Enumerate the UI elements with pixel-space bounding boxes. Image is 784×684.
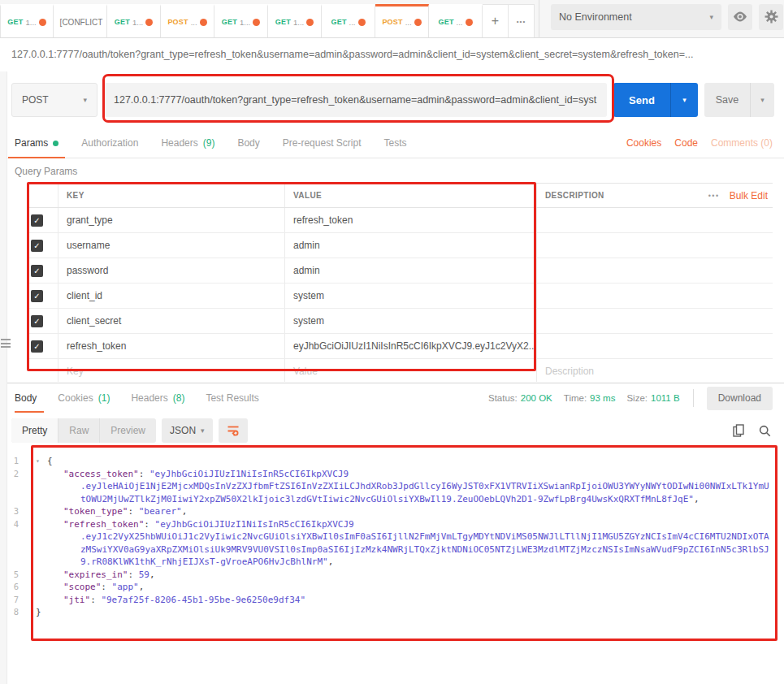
- wrap-lines-button[interactable]: [219, 418, 248, 443]
- param-description[interactable]: [536, 309, 695, 333]
- chevron-down-icon: ▾: [709, 13, 713, 21]
- code-line: tOWU2MjUwZTlkZjM0IiwiY2xpZW50X2lkIjoic3l…: [0, 493, 784, 506]
- params-header-actions: ••• Bulk Edit: [695, 184, 773, 207]
- param-value[interactable]: eyJhbGciOiJIUzI1NiIsInR5cCI6IkpXVCJ9.eyJ…: [284, 334, 536, 358]
- cookies-link[interactable]: Cookies: [626, 137, 661, 149]
- param-key[interactable]: client_secret: [58, 309, 284, 333]
- param-key[interactable]: refresh_token: [58, 334, 284, 358]
- environment-selector[interactable]: No Environment ▾: [551, 4, 721, 30]
- copy-icon[interactable]: [733, 424, 744, 437]
- tab-authorization[interactable]: Authorization: [70, 128, 149, 158]
- param-checkbox[interactable]: ✓: [31, 265, 43, 277]
- params-menu-icon[interactable]: •••: [708, 192, 720, 200]
- request-tab[interactable]: POST ...: [161, 4, 214, 37]
- param-key-placeholder[interactable]: Key: [58, 359, 284, 382]
- save-options-button[interactable]: ▾: [750, 83, 774, 117]
- environment-quick-look-button[interactable]: [728, 4, 752, 30]
- method-selector-value: POST: [22, 94, 83, 106]
- param-description[interactable]: [536, 258, 695, 283]
- param-key[interactable]: grant_type: [58, 208, 284, 232]
- eye-icon: [733, 11, 747, 22]
- param-description[interactable]: [536, 208, 695, 232]
- view-pretty-button[interactable]: Pretty: [11, 418, 58, 443]
- param-description-placeholder[interactable]: Description: [536, 359, 695, 382]
- request-tab-label: [CONFLICT: [60, 18, 103, 27]
- comments-link[interactable]: Comments (0): [711, 137, 773, 149]
- code-content: .eyJ1c2VyX25hbWUiOiJ1c2VyIiwic2NvcGUiOls…: [21, 530, 769, 543]
- tab-headers-label: Headers: [161, 137, 197, 149]
- tab-tests[interactable]: Tests: [372, 128, 418, 158]
- request-tab[interactable]: POST ...: [375, 4, 429, 37]
- tab-tests-label: Tests: [383, 137, 406, 149]
- tab-params[interactable]: Params: [3, 128, 70, 158]
- response-tab-headers[interactable]: Headers(8): [120, 383, 195, 413]
- request-tab[interactable]: [CONFLICT: [54, 4, 107, 37]
- param-checkbox[interactable]: ✓: [31, 315, 43, 327]
- param-checkbox[interactable]: ✓: [31, 290, 43, 302]
- tab-pre-request-script[interactable]: Pre-request Script: [271, 128, 373, 158]
- param-value[interactable]: system: [284, 309, 536, 333]
- response-tab-test-results[interactable]: Test Results: [195, 383, 269, 413]
- param-checkbox-cell: ✓: [27, 284, 58, 308]
- param-placeholder-row[interactable]: Key Value Description: [27, 359, 773, 382]
- code-line: 2 "access_token": "eyJhbGciOiJIUzI1NiIsI…: [0, 468, 784, 481]
- request-tab[interactable]: GET 1...: [0, 4, 54, 37]
- param-description[interactable]: [536, 233, 695, 258]
- param-checkbox[interactable]: ✓: [31, 214, 43, 227]
- gear-icon: [765, 10, 778, 24]
- search-icon[interactable]: [759, 425, 771, 437]
- format-selector[interactable]: JSON ▾: [162, 418, 213, 443]
- request-tab-method: GET: [331, 18, 346, 26]
- view-preview-button[interactable]: Preview: [100, 418, 156, 443]
- tab-body[interactable]: Body: [226, 128, 271, 158]
- view-raw-button[interactable]: Raw: [58, 418, 100, 443]
- settings-button[interactable]: [759, 4, 783, 30]
- download-button[interactable]: Download: [707, 387, 773, 410]
- param-row-actions: [695, 309, 773, 333]
- environment-selector-value: No Environment: [559, 11, 709, 23]
- divider: [539, 0, 539, 38]
- param-checkbox-cell: [27, 359, 58, 382]
- param-key[interactable]: client_id: [58, 284, 284, 308]
- more-tabs-button[interactable]: •••: [509, 4, 535, 37]
- send-options-button[interactable]: ▾: [670, 83, 698, 117]
- param-description[interactable]: [536, 284, 695, 308]
- param-value[interactable]: system: [284, 284, 536, 308]
- request-tab[interactable]: GET ...: [322, 4, 375, 37]
- param-description[interactable]: [536, 334, 695, 358]
- request-tab-label: 1...: [240, 18, 250, 27]
- method-selector[interactable]: POST ▾: [11, 83, 97, 117]
- code-line: 4 "refresh_token": "eyJhbGciOiJIUzI1NiIs…: [0, 518, 784, 531]
- request-tab[interactable]: GET 1...: [268, 4, 322, 37]
- request-tab-label: ...: [349, 18, 356, 27]
- collapse-caret-icon[interactable]: ▾: [36, 455, 47, 468]
- time-value: 93 ms: [590, 393, 615, 403]
- code-content: .eyJleHAiOjE1NjE2MjcxMDQsInVzZXJfbmFtZSI…: [21, 480, 769, 493]
- divider: [693, 389, 694, 407]
- response-tab-body[interactable]: Body: [15, 383, 47, 413]
- request-tab[interactable]: GET 1...: [214, 4, 268, 37]
- open-new-tab-button[interactable]: +: [483, 4, 509, 37]
- param-value-placeholder[interactable]: Value: [284, 359, 536, 382]
- param-checkbox[interactable]: ✓: [31, 340, 43, 353]
- param-key[interactable]: password: [58, 258, 284, 283]
- param-row: ✓ grant_type refresh_token: [27, 208, 773, 233]
- send-button[interactable]: Send ▾: [613, 83, 698, 117]
- code-content: zMSwiYXV0aG9yaXRpZXMiOlsiUk9MRV9VU0VSIl0…: [21, 543, 769, 556]
- param-key[interactable]: username: [58, 233, 284, 258]
- param-value[interactable]: refresh_token: [284, 208, 536, 232]
- code-link[interactable]: Code: [674, 137, 698, 149]
- request-tab[interactable]: GET ...: [429, 4, 483, 37]
- param-value[interactable]: admin: [284, 258, 536, 283]
- tab-headers[interactable]: Headers(9): [149, 128, 226, 158]
- unsaved-dot-icon: [200, 19, 207, 26]
- response-tab-cookies[interactable]: Cookies(1): [47, 383, 120, 413]
- param-value[interactable]: admin: [284, 233, 536, 258]
- drag-handle-icon[interactable]: [1, 339, 11, 350]
- param-row: ✓ password admin: [27, 258, 773, 284]
- bulk-edit-link[interactable]: Bulk Edit: [730, 190, 768, 201]
- param-checkbox[interactable]: ✓: [31, 240, 43, 252]
- request-tab[interactable]: GET 1...: [107, 4, 161, 37]
- url-input[interactable]: [104, 83, 607, 117]
- save-button[interactable]: Save ▾: [704, 83, 774, 117]
